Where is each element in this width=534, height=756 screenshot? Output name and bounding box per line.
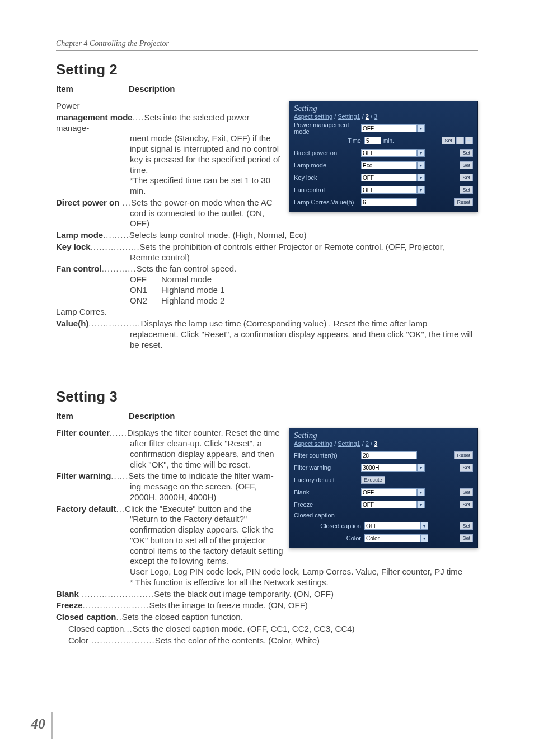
panel-tabs: Aspect setting / Setting1 / 2 / 3 [289, 440, 477, 449]
cc-select[interactable]: OFF [364, 522, 420, 530]
color-term: Color [68, 636, 88, 645]
dots: ... [119, 198, 131, 207]
execute-button[interactable]: Execute [361, 476, 385, 484]
dpo-label: Direct power on [294, 150, 361, 156]
corres-desc-cont: replacement. Click "Reset", a confirmati… [130, 329, 478, 351]
freeze-term: Freeze [56, 600, 83, 610]
tab-sep: / [369, 440, 374, 447]
lamp-label: Lamp mode [294, 162, 361, 169]
lamp-select[interactable]: Eco [361, 161, 417, 169]
chevron-down-icon[interactable]: ▾ [420, 534, 428, 542]
tab-setting1[interactable]: Setting1 [338, 113, 360, 120]
corres-term: Value(h) [56, 319, 88, 328]
corres-input[interactable]: 6 [361, 198, 417, 206]
fcounter-input[interactable]: 28 [361, 451, 417, 459]
tab-aspect[interactable]: Aspect setting [294, 113, 332, 120]
set-button[interactable]: Set [460, 501, 473, 508]
fd-desc2: User Logo, Log PIN code lock, PIN code l… [130, 567, 478, 577]
cc-label: Closed caption [294, 522, 364, 529]
fwarn-select[interactable]: 3000H [361, 464, 417, 472]
tab-sep: / [360, 113, 366, 120]
color-desc: Sets the color of the contents. (Color, … [155, 636, 320, 645]
key-select[interactable]: OFF [361, 174, 417, 181]
chevron-down-icon[interactable]: ▾ [417, 124, 425, 132]
minus-button[interactable]: - [456, 137, 464, 144]
set-button[interactable]: Set [442, 137, 455, 144]
corres-label: Lamp Corres.Value(h) [294, 199, 361, 206]
dpo-desc: Sets the power-on mode when the AC [131, 198, 273, 207]
dots: ................. [91, 242, 140, 251]
fcounter-label: Filter counter(h) [294, 452, 361, 459]
tab-aspect[interactable]: Aspect setting [294, 440, 332, 447]
cc-section: Closed caption [289, 511, 477, 520]
time-input[interactable]: 5 [364, 137, 381, 144]
chapter-header: Chapter 4 Controlling the Projector [56, 39, 478, 51]
tab-sep: / [360, 440, 366, 447]
chevron-down-icon[interactable]: ▾ [417, 174, 425, 181]
chevron-down-icon[interactable]: ▾ [417, 464, 425, 472]
pmm-term: management mode [56, 113, 133, 122]
lamp-term: Lamp mode [56, 230, 103, 240]
fan-desc: Sets the fan control speed. [137, 264, 236, 273]
chevron-down-icon[interactable]: ▾ [417, 186, 425, 194]
dots: ...................... [88, 636, 155, 645]
set-button[interactable]: Set [460, 464, 473, 472]
corres-header: Lamp Corres. [56, 307, 478, 318]
fan-select[interactable]: OFF [361, 186, 417, 194]
set-button[interactable]: Set [460, 488, 473, 496]
chevron-down-icon[interactable]: ▾ [417, 149, 425, 157]
set-button[interactable]: Set [460, 522, 473, 530]
set-button[interactable]: Set [460, 149, 473, 157]
fd-term: Factory default [56, 504, 116, 514]
set-button[interactable]: Set [460, 186, 473, 194]
chevron-down-icon[interactable]: ▾ [417, 161, 425, 169]
dots: ...... [110, 428, 127, 437]
panel-title: Setting [289, 428, 477, 440]
page-number-divider [51, 712, 53, 739]
divider [56, 423, 478, 423]
tab-3[interactable]: 3 [374, 113, 377, 120]
pmm-select[interactable]: OFF [361, 124, 417, 132]
reset-button[interactable]: Reset [454, 198, 473, 206]
blank-select[interactable]: OFF [361, 488, 417, 496]
dpo-select[interactable]: OFF [361, 149, 417, 157]
page-number: 40 [31, 716, 45, 732]
freeze-desc: Sets the image to freeze mode. (ON, OFF) [149, 600, 307, 610]
color-select[interactable]: Color [364, 534, 420, 542]
color-label: Color [294, 535, 364, 542]
fwarn-label: Filter warning [294, 464, 361, 471]
blank-term: Blank [56, 589, 79, 599]
fan-off: OFFNormal mode [130, 274, 478, 285]
freeze-select[interactable]: OFF [361, 501, 417, 508]
key-term: Key lock [56, 242, 91, 251]
tab-3[interactable]: 3 [374, 440, 377, 447]
col-item: Item [56, 411, 129, 421]
chevron-down-icon[interactable]: ▾ [417, 501, 425, 508]
dots: ......... [103, 230, 129, 240]
fc-desc: Displays the filter counter. Reset the t… [127, 428, 280, 437]
fc-term: Filter counter [56, 428, 110, 437]
chevron-down-icon[interactable]: ▾ [420, 522, 428, 530]
time-label: Time [294, 137, 364, 144]
set-button[interactable]: Set [460, 534, 473, 542]
divider [56, 96, 478, 96]
fan-on1: ON1Highland mode 1 [130, 285, 478, 296]
dots: ... [116, 504, 125, 514]
blank-desc: Sets the black out image temporarily. (O… [154, 589, 334, 599]
plus-button[interactable]: + [465, 137, 473, 144]
reset-button[interactable]: Reset [454, 451, 473, 459]
tab-setting1[interactable]: Setting1 [338, 440, 360, 447]
dots: .................. [88, 319, 140, 328]
setting2-heading: Setting 2 [56, 61, 478, 78]
freeze-label: Freeze [294, 501, 361, 508]
tab-sep: / [369, 113, 374, 120]
set-button[interactable]: Set [460, 174, 473, 181]
key-desc-cont: Remote control) [130, 253, 478, 263]
blank-label: Blank [294, 489, 361, 496]
cc-desc: Sets the closed caption function. [122, 612, 243, 622]
chevron-down-icon[interactable]: ▾ [417, 488, 425, 496]
dots: ... [124, 624, 133, 633]
setting2-panel: Setting Aspect setting / Setting1 / 2 / … [289, 101, 478, 212]
set-button[interactable]: Set [460, 161, 473, 169]
fdefault-label: Factory default [294, 477, 361, 483]
